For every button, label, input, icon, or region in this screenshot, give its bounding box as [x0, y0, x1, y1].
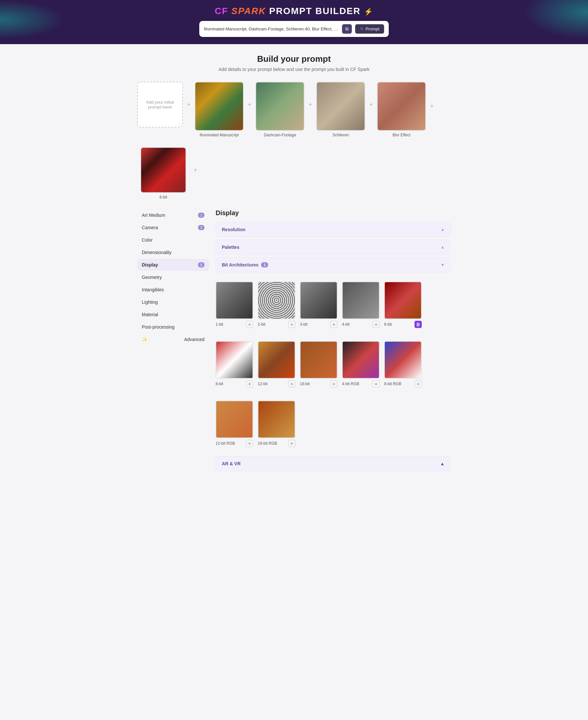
image-8bit-rgb[interactable]: [384, 341, 422, 379]
accordion-header-bit-arch[interactable]: Bit Architectures 1 ▼: [216, 258, 450, 272]
copy-button[interactable]: ⧉: [342, 24, 352, 34]
sidebar-label-art-medium: Art Medium: [142, 213, 165, 218]
accordion-bit-arch: Bit Architectures 1 ▼: [216, 257, 451, 272]
add-btn-4bit-rgb[interactable]: +: [372, 380, 380, 387]
style-image-2[interactable]: [316, 82, 365, 131]
image-tile-4bit-rgb: 4-bit RGB +: [342, 341, 380, 387]
add-btn-1bit[interactable]: +: [246, 321, 253, 328]
header-bg-right: [523, 0, 588, 39]
style-image-0[interactable]: [195, 82, 244, 131]
add-btn-16bit[interactable]: +: [330, 380, 337, 387]
add-between-1[interactable]: +: [183, 82, 195, 127]
style-image-3[interactable]: [377, 82, 426, 131]
sidebar-label-post-processing: Post-processing: [142, 324, 174, 329]
label-16bit-rgb: 16-bit RGB: [258, 441, 277, 446]
image-grid-row1: 1-bit + 2-bit + 3-bit +: [216, 275, 451, 335]
add-after-row2[interactable]: +: [189, 147, 201, 193]
header: CF SPARK PROMPT BUILDER ⚡ Illuminated Ma…: [0, 0, 588, 44]
resolution-label: Resolution: [222, 227, 245, 232]
add-btn-16bit-rgb[interactable]: +: [288, 440, 295, 447]
add-btn-8bit[interactable]: +: [246, 380, 253, 387]
label-4bit: 4-bit: [342, 322, 350, 327]
image-tile-8bit: 8-bit +: [216, 341, 253, 387]
page-title: Build your prompt: [137, 54, 451, 64]
sidebar-item-dimensionality[interactable]: Dimensionality: [137, 246, 209, 258]
image-4bit[interactable]: [342, 282, 380, 319]
style-label-3: Blur Effect: [392, 133, 410, 137]
resize-handle-icon: ⤡: [179, 122, 181, 126]
advanced-icon: ✨: [142, 337, 147, 342]
sidebar-badge-camera: 3: [198, 225, 205, 230]
sidebar: Art Medium 1 Camera 3 Color Dimensionali…: [137, 209, 209, 471]
style-card-1: Dashcam-Footage: [255, 82, 304, 137]
add-btn-12bit[interactable]: +: [288, 380, 295, 387]
style-image-1[interactable]: [255, 82, 304, 131]
image-1bit[interactable]: [216, 282, 253, 319]
image-tile-8bit-rgb: 8-bit RGB +: [384, 341, 422, 387]
add-btn-3bit[interactable]: +: [330, 321, 337, 328]
accordion-ar-vr: AR & VR ▲: [216, 456, 451, 471]
page-subtitle: Add details to your prompt below and use…: [137, 67, 451, 72]
image-12bit-rgb[interactable]: [216, 401, 253, 438]
initial-prompt-card: Add your initial prompt here! ⤡: [137, 82, 183, 127]
sidebar-item-lighting[interactable]: Lighting: [137, 296, 209, 308]
sidebar-item-art-medium[interactable]: Art Medium 1: [137, 209, 209, 221]
image-12bit[interactable]: [258, 341, 295, 379]
add-between-2[interactable]: +: [244, 82, 255, 127]
palettes-label: Palettes: [222, 245, 239, 250]
image-grid-row3: 12-bit RGB + 16-bit RGB +: [216, 394, 451, 454]
prompt-button[interactable]: ✎ Prompt: [355, 24, 384, 34]
sidebar-item-intangibles[interactable]: Intangibles: [137, 284, 209, 296]
bit-arch-label: Bit Architectures: [222, 262, 258, 267]
sidebar-item-geometry[interactable]: Geometry: [137, 272, 209, 283]
image-2bit[interactable]: [258, 282, 295, 319]
image-16bit[interactable]: [300, 341, 337, 379]
sidebar-label-advanced: Advanced: [184, 337, 205, 342]
accordion-header-ar-vr[interactable]: AR & VR ▲: [216, 457, 450, 471]
prompt-icon: ✎: [360, 26, 363, 32]
image-3bit[interactable]: [300, 282, 337, 319]
label-12bit: 12-bit: [258, 382, 268, 386]
image-grid-row2: 8-bit + 12-bit + 16-bit +: [216, 335, 451, 394]
logo: CF SPARK PROMPT BUILDER ⚡: [215, 6, 373, 16]
sidebar-item-post-processing[interactable]: Post-processing: [137, 321, 209, 333]
add-btn-8bit-rgb[interactable]: +: [415, 380, 422, 387]
prompt-builder-row1: Add your initial prompt here! ⤡ + Illumi…: [137, 82, 451, 137]
image-6bit[interactable]: [384, 282, 422, 319]
image-8bit[interactable]: [216, 341, 253, 379]
style-card-0: Illuminated Manuscript: [195, 82, 244, 137]
image-tile-12bit: 12-bit +: [258, 341, 295, 387]
label-1bit: 1-bit: [216, 322, 223, 327]
initial-prompt-box[interactable]: Add your initial prompt here! ⤡: [137, 82, 183, 127]
sidebar-item-advanced[interactable]: ✨ Advanced: [137, 334, 209, 345]
image-16bit-rgb[interactable]: [258, 401, 295, 438]
image-tile-3bit: 3-bit +: [300, 282, 337, 328]
delete-btn-6bit[interactable]: 🗑: [415, 321, 422, 328]
accordion-palettes: Palettes ▲: [216, 240, 451, 255]
accordion-header-resolution[interactable]: Resolution ▲: [216, 222, 450, 237]
sidebar-item-material[interactable]: Material: [137, 309, 209, 320]
add-between-4[interactable]: +: [365, 82, 377, 127]
add-btn-4bit[interactable]: +: [372, 321, 380, 328]
style-label-0: Illuminated Manuscript: [200, 133, 239, 137]
chevron-up-icon-ar-vr: ▲: [440, 461, 445, 466]
image-tile-2bit: 2-bit +: [258, 282, 295, 328]
style-label-1: Dashcam-Footage: [264, 133, 296, 137]
bit-image-0[interactable]: [141, 147, 186, 193]
ar-vr-label: AR & VR: [222, 461, 241, 466]
add-btn-2bit[interactable]: +: [288, 321, 295, 328]
header-bg-left: [0, 0, 65, 39]
sidebar-label-color: Color: [142, 237, 152, 243]
add-after-row1[interactable]: +: [426, 82, 438, 131]
image-4bit-rgb[interactable]: [342, 341, 380, 379]
add-between-3[interactable]: +: [304, 82, 316, 127]
add-btn-12bit-rgb[interactable]: +: [246, 440, 253, 447]
sidebar-item-camera[interactable]: Camera 3: [137, 222, 209, 234]
sidebar-item-color[interactable]: Color: [137, 234, 209, 246]
logo-spark: SPARK: [231, 6, 266, 16]
accordion-header-palettes[interactable]: Palettes ▲: [216, 240, 450, 254]
image-tile-1bit: 1-bit +: [216, 282, 253, 328]
label-8bit-rgb: 8-bit RGB: [384, 382, 401, 386]
image-tile-16bit: 16-bit +: [300, 341, 337, 387]
sidebar-item-display[interactable]: Display 1: [137, 259, 209, 271]
